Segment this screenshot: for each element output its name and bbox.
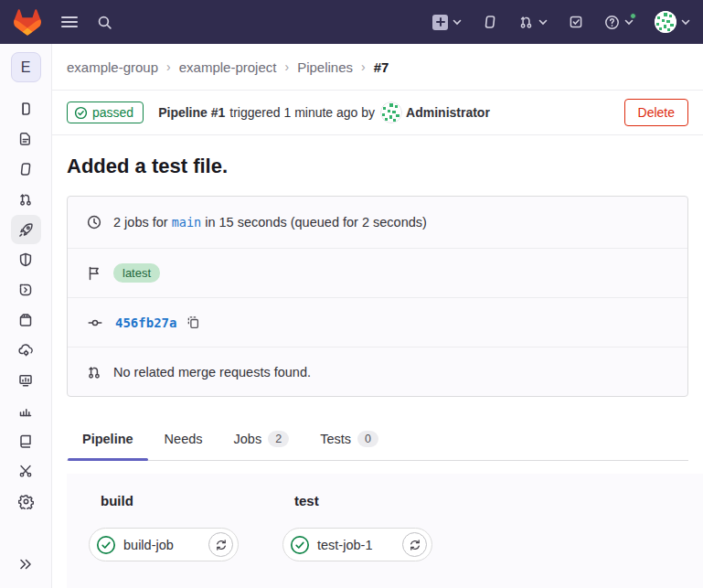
user-avatar	[655, 11, 676, 33]
project-sidebar: E	[0, 44, 52, 588]
breadcrumb-pipelines-link[interactable]: Pipelines	[297, 59, 353, 75]
jobs-summary-text: 2 jobs for main in 15 seconds (queued fo…	[113, 215, 427, 230]
chevron-double-right-icon	[19, 559, 32, 570]
merge-request-icon	[87, 365, 101, 380]
tab-label: Tests	[320, 432, 351, 446]
tab-tests[interactable]: Tests 0	[304, 421, 394, 460]
issues-icon	[483, 15, 497, 29]
sidebar-item-issues[interactable]	[11, 155, 41, 184]
pipeline-number: Pipeline #1	[158, 105, 225, 120]
sidebar-item-wiki[interactable]	[11, 426, 41, 455]
sidebar-item-snippets[interactable]	[11, 456, 41, 486]
sidebar-item-deployments[interactable]	[11, 275, 41, 305]
latest-badge-row: latest	[68, 248, 687, 297]
job-name: build-job	[123, 538, 201, 552]
stage-title: build	[101, 493, 239, 508]
tab-pipeline[interactable]: Pipeline	[67, 421, 149, 460]
sidebar-item-monitor[interactable]	[11, 366, 41, 395]
commit-sha-link[interactable]: 456fb27a	[115, 315, 176, 330]
chevron-down-icon	[624, 19, 634, 26]
stage-title: test	[294, 493, 432, 508]
gitlab-logo[interactable]	[13, 8, 42, 36]
help-icon	[604, 15, 620, 30]
jobs-prefix: 2 jobs for	[113, 215, 172, 230]
trigger-user-avatar[interactable]	[380, 102, 402, 123]
new-menu-button[interactable]	[432, 15, 462, 30]
related-mr-row: No related merge requests found.	[68, 347, 687, 396]
job-success-icon	[290, 535, 310, 555]
retry-job-button[interactable]	[402, 532, 427, 557]
book-side-icon	[18, 102, 33, 116]
issues-button[interactable]	[483, 15, 497, 29]
plus-icon	[432, 15, 448, 30]
todos-button[interactable]	[569, 15, 583, 29]
job-pill-test-job-1[interactable]: test-job-1	[282, 528, 432, 561]
chart-icon	[18, 403, 33, 418]
job-success-icon	[96, 535, 116, 555]
retry-icon	[215, 539, 228, 551]
tab-badge: 0	[357, 431, 378, 447]
sidebar-item-analytics[interactable]	[11, 396, 41, 425]
trigger-user-name[interactable]: Administrator	[406, 105, 490, 120]
todo-check-icon	[569, 15, 583, 29]
breadcrumb-group-link[interactable]: example-group	[67, 59, 158, 75]
help-menu-button[interactable]	[604, 15, 634, 30]
breadcrumb-project-link[interactable]: example-project	[179, 59, 277, 75]
gear-icon	[18, 494, 34, 509]
search-button[interactable]	[97, 15, 112, 30]
merge-request-icon	[18, 192, 33, 207]
notification-dot	[630, 13, 636, 19]
hamburger-menu-button[interactable]	[61, 16, 78, 28]
main-content: example-group › example-project › Pipeli…	[52, 44, 703, 588]
triggered-text: triggered 1 minute ago by	[229, 105, 375, 120]
jobs-summary-row: 2 jobs for main in 15 seconds (queued fo…	[68, 197, 687, 248]
clock-icon	[87, 215, 101, 230]
merge-requests-button[interactable]	[518, 15, 548, 29]
sidebar-item-infrastructure[interactable]	[11, 336, 41, 365]
retry-job-button[interactable]	[208, 532, 233, 557]
tab-label: Jobs	[234, 432, 262, 446]
tab-jobs[interactable]: Jobs 2	[218, 421, 305, 460]
tab-label: Pipeline	[82, 432, 133, 446]
sidebar-item-settings[interactable]	[11, 486, 41, 516]
search-icon	[97, 15, 112, 30]
sidebar-nav	[11, 94, 41, 517]
sidebar-collapse-toggle[interactable]	[11, 550, 41, 579]
pipeline-graph: build build-job test test-job-1	[67, 474, 703, 588]
check-circle-icon	[74, 106, 88, 120]
stage-build: build build-job	[89, 493, 239, 561]
project-avatar[interactable]: E	[11, 52, 41, 82]
flag-icon	[87, 266, 101, 281]
tab-label: Needs	[165, 432, 203, 446]
copy-sha-button[interactable]	[186, 315, 200, 329]
pipeline-info-card: 2 jobs for main in 15 seconds (queued fo…	[67, 196, 688, 397]
delete-button[interactable]: Delete	[624, 99, 688, 126]
breadcrumb: example-group › example-project › Pipeli…	[52, 44, 703, 91]
top-navbar	[0, 0, 703, 44]
rocket-icon	[18, 222, 34, 238]
commit-icon	[87, 315, 103, 330]
latest-badge: latest	[113, 263, 160, 283]
breadcrumb-separator: ›	[284, 59, 289, 74]
sidebar-item-repository[interactable]	[11, 124, 41, 154]
chevron-down-icon	[538, 19, 548, 26]
commit-title: Added a test file.	[67, 155, 688, 178]
monitor-icon	[18, 373, 33, 388]
issues-icon	[18, 162, 33, 176]
merge-request-icon	[518, 15, 534, 29]
deploy-icon	[18, 283, 33, 297]
package-icon	[18, 313, 33, 327]
stage-test: test test-job-1	[282, 493, 432, 561]
sidebar-item-security[interactable]	[11, 245, 41, 274]
job-pill-build-job[interactable]: build-job	[89, 528, 239, 561]
breadcrumb-current: #7	[374, 59, 389, 75]
sidebar-item-packages[interactable]	[11, 305, 41, 335]
branch-ref-link[interactable]: main	[172, 215, 202, 230]
sidebar-item-merge-requests[interactable]	[11, 185, 41, 214]
sidebar-item-project-information[interactable]	[11, 94, 41, 123]
sidebar-item-cicd[interactable]	[11, 215, 41, 244]
tab-needs[interactable]: Needs	[149, 421, 218, 460]
status-label: passed	[92, 105, 133, 120]
shield-icon	[18, 252, 33, 267]
user-menu-button[interactable]	[655, 11, 690, 33]
